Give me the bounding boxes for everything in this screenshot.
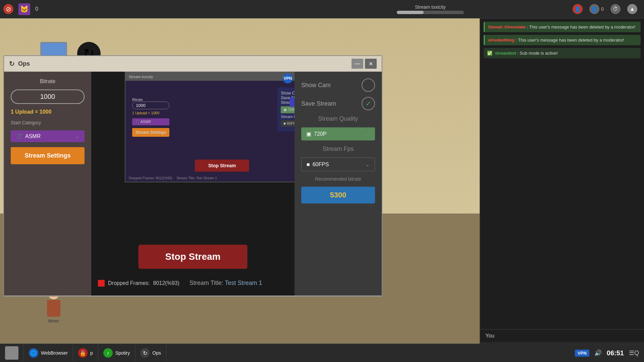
dropped-frames-value: 8012(%93) [153, 280, 179, 286]
streambot-text: : Sub mode is active! [517, 51, 558, 56]
nested-stream-body: Show Cam ○ Save Stream ✓ Stream Quality … [125, 81, 294, 182]
toxicity-title: Stream toxicity [415, 4, 446, 10]
taskbar-blank-icon [5, 346, 18, 360]
timer-icon: ⏱ [610, 4, 621, 14]
person-count: 0 [601, 6, 604, 12]
toxicity-icon: ⊘ [3, 4, 13, 14]
taskbar-menu-icon[interactable]: ☰Q [629, 349, 639, 357]
quality-icon: ▣ [306, 131, 311, 137]
window-controls: — ✕ [352, 59, 377, 69]
nested-show-cam: Show Cam ○ [281, 91, 294, 96]
deleted-username-1: Sexual_Chocolate [488, 24, 526, 29]
nested-settings-btn: Stream Settings [132, 128, 169, 137]
bottom-info-bar: Dropped Frames: 8012(%93) Stream Title: … [91, 270, 294, 296]
nested-stop-text: Stop Stream [208, 163, 236, 168]
deleted-text-1: : This user's message has been deleted b… [527, 24, 636, 29]
toxicity-section: Stream toxicity [288, 4, 573, 14]
p-label: p [90, 350, 93, 356]
top-bar-left: ⊘ 🐱 0 [0, 3, 288, 15]
streambot-username: streambot [495, 51, 516, 56]
taskbar-p[interactable]: 🔒 p [73, 344, 98, 362]
quality-value: 720P [314, 131, 326, 137]
nested-dropped: Dropped Frames: 8012(%93) [129, 176, 172, 180]
taskbar-spotiry[interactable]: ♪ Spotiry [98, 344, 136, 362]
nested-category: 🎵 ASMR [132, 118, 169, 125]
window-titlebar: ↻ Ops — ✕ [4, 56, 382, 72]
status-section: You [480, 329, 644, 342]
center-panel: Stream toxicity Show Cam ○ Save Stream ✓… [91, 72, 294, 296]
taskbar: 🌐 WebBrowser 🔒 p ♪ Spotiry ↻ Ops VPN 🔊 0… [0, 344, 644, 362]
toxicity-bar-container [397, 11, 464, 14]
p-icon: 🔒 [78, 348, 88, 358]
ops-label: Ops [152, 350, 161, 356]
nested-bitrate-box: 1000 [132, 102, 169, 109]
webbrowser-label: WebBrowser [41, 350, 68, 356]
fps-value: 60FPS [313, 162, 329, 168]
nested-bitrate-display: 5300 [290, 98, 294, 107]
stream-settings-button[interactable]: Stream Settings [11, 147, 85, 164]
nested-stream: Stream toxicity Show Cam ○ Save Stream ✓… [125, 72, 294, 182]
quality-select[interactable]: ▣ 720P ⌄ [301, 127, 375, 140]
upload-info: 1 Upload = 1000 [11, 109, 85, 115]
bitrate-input[interactable] [11, 89, 85, 104]
fps-icon: ■ [307, 162, 310, 168]
status-label: You [485, 333, 494, 339]
recommended-bitrate-value: 5300 [301, 187, 375, 203]
nested-header-text: Stream toxicity [129, 75, 153, 79]
main-area: ↻ Miner ↻ Ops — ✕ Bitrate 1 [0, 18, 480, 344]
nested-quality-value: ▣ 720P ↕ [281, 106, 294, 113]
save-stream-row: Save Stream ✓ [301, 97, 375, 110]
nested-controls: Show Cam ○ Save Stream ✓ Stream Quality … [277, 87, 294, 131]
stream-title-label: Stream Title: [190, 280, 223, 286]
nested-stream-header: Stream toxicity [125, 72, 294, 81]
streambot-checkmark: ✅ [487, 51, 492, 56]
cat-avatar: 🐱 [18, 3, 30, 15]
deleted-text-2: : This user's message has been deleted b… [516, 38, 624, 43]
minimize-button[interactable]: — [352, 59, 363, 69]
nested-title: Stream Title: Test Stream 1 [176, 176, 217, 180]
arrow-up-icon: ▲ [627, 4, 637, 14]
nested-left-info: Bitrate 1000 1 Upload = 1000 🎵 ASMR Stre… [132, 98, 169, 137]
nested-bitrate-label: Bitrate [132, 98, 169, 102]
red-indicator [98, 280, 105, 287]
dropped-frames: Dropped Frames: 8012(%93) [98, 280, 179, 287]
dropped-frames-label: Dropped Frames: [108, 280, 150, 286]
taskbar-ops[interactable]: ↻ Ops [135, 344, 166, 362]
miner-label: Miner [47, 318, 60, 323]
miner-body [47, 300, 60, 317]
top-bar-icons: 👤 👤 0 ⏱ ▲ [573, 4, 644, 14]
category-icon: 🎵 [16, 133, 22, 139]
fps-arrow-icon: ⌄ [365, 161, 370, 168]
right-controls: Show Cam Save Stream ✓ Stream Quality ▣ … [294, 72, 382, 296]
taskbar-webbrowser[interactable]: 🌐 WebBrowser [24, 344, 73, 362]
top-bar: ⊘ 🐱 0 Stream toxicity 👤 👤 0 ⏱ ▲ [0, 0, 644, 18]
recommended-label: Recommended bitrate [301, 176, 375, 182]
stream-title-section: Stream Title: Test Stream 1 [190, 280, 262, 287]
deleted-username-2: virusbottling [488, 38, 515, 43]
chat-message-deleted-1: Sexual_Chocolate : This user's message h… [484, 22, 641, 32]
vpn-badge: VPN [575, 350, 589, 357]
stop-stream-button[interactable]: Stop Stream [139, 245, 248, 269]
taskbar-time: 06:51 [607, 349, 624, 357]
fps-select[interactable]: ■ 60FPS ⌄ [301, 158, 375, 171]
chat-messages-area: Sexual_Chocolate : This user's message h… [480, 18, 644, 329]
app-window: ↻ Ops — ✕ Bitrate 1 Upload = 1000 Start … [3, 55, 382, 297]
close-button[interactable]: ✕ [365, 59, 377, 69]
person-count-group: 👤 0 [589, 4, 604, 14]
window-title: Ops [18, 60, 348, 67]
save-stream-toggle[interactable]: ✓ [362, 97, 375, 110]
bitrate-label: Bitrate [11, 78, 85, 84]
show-cam-toggle[interactable] [362, 78, 375, 92]
window-icon: ↻ [9, 60, 15, 68]
spotiry-icon: ♪ [103, 348, 113, 358]
start-category-label: Start Category [11, 120, 85, 125]
nested-upload: 1 Upload = 1000 [132, 111, 169, 115]
chat-message-deleted-2: virusbottling : This user's message has … [484, 35, 641, 45]
spotiry-label: Spotiry [115, 350, 130, 356]
vpn-preview-badge: VPN [283, 73, 293, 83]
taskbar-right: VPN 🔊 06:51 ☰Q [570, 349, 644, 357]
taskbar-blank[interactable] [0, 344, 24, 362]
category-select[interactable]: 🎵 ASMR ⌄ [11, 130, 85, 142]
show-cam-label: Show Cam [301, 82, 331, 89]
volume-icon[interactable]: 🔊 [594, 349, 602, 357]
